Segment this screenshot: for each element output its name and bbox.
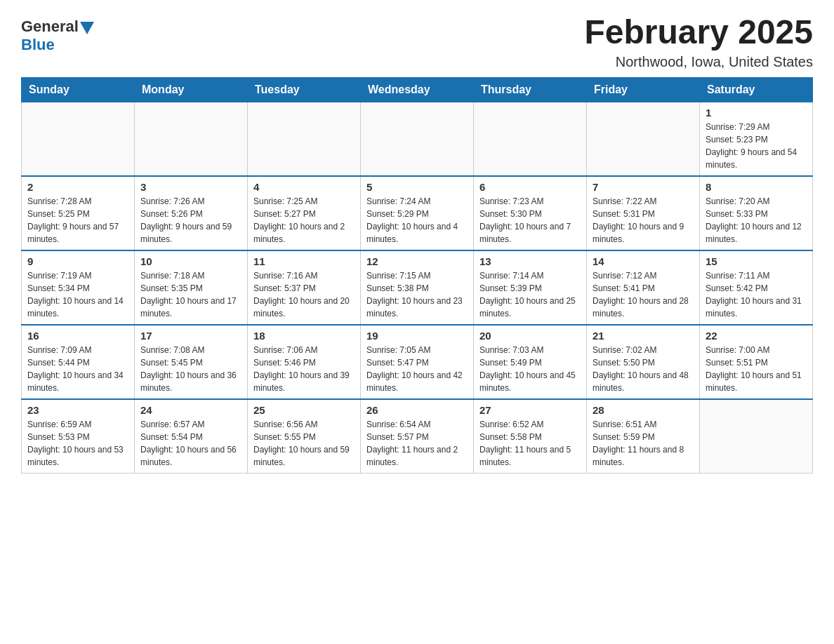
day-info: Sunrise: 7:28 AMSunset: 5:25 PMDaylight:… (27, 195, 128, 246)
header-tuesday: Tuesday (248, 77, 361, 102)
header-saturday: Saturday (700, 77, 813, 102)
day-info: Sunrise: 7:02 AMSunset: 5:50 PMDaylight:… (593, 344, 694, 394)
day-info: Sunrise: 7:25 AMSunset: 5:27 PMDaylight:… (253, 195, 355, 246)
table-row: 2Sunrise: 7:28 AMSunset: 5:25 PMDaylight… (22, 176, 135, 250)
title-block: February 2025 Northwood, Iowa, United St… (584, 14, 813, 70)
day-number: 15 (706, 255, 807, 267)
table-row: 11Sunrise: 7:16 AMSunset: 5:37 PMDayligh… (248, 250, 361, 325)
header-wednesday: Wednesday (361, 77, 474, 102)
calendar-week-row: 9Sunrise: 7:19 AMSunset: 5:34 PMDaylight… (22, 250, 813, 325)
table-row: 17Sunrise: 7:08 AMSunset: 5:45 PMDayligh… (135, 325, 248, 399)
day-number: 3 (140, 181, 241, 193)
header-friday: Friday (587, 77, 700, 102)
table-row: 24Sunrise: 6:57 AMSunset: 5:54 PMDayligh… (135, 399, 248, 474)
day-number: 19 (366, 330, 468, 342)
day-info: Sunrise: 7:18 AMSunset: 5:35 PMDaylight:… (140, 269, 241, 320)
day-info: Sunrise: 7:26 AMSunset: 5:26 PMDaylight:… (140, 195, 241, 246)
day-info: Sunrise: 7:15 AMSunset: 5:38 PMDaylight:… (366, 269, 468, 320)
day-number: 12 (366, 255, 468, 267)
table-row: 27Sunrise: 6:52 AMSunset: 5:58 PMDayligh… (474, 399, 587, 474)
table-row: 15Sunrise: 7:11 AMSunset: 5:42 PMDayligh… (700, 250, 813, 325)
day-number: 2 (27, 181, 128, 193)
day-info: Sunrise: 7:20 AMSunset: 5:33 PMDaylight:… (706, 195, 807, 246)
table-row: 20Sunrise: 7:03 AMSunset: 5:49 PMDayligh… (474, 325, 587, 399)
day-info: Sunrise: 6:57 AMSunset: 5:54 PMDaylight:… (140, 418, 241, 469)
table-row (22, 102, 135, 176)
day-info: Sunrise: 7:14 AMSunset: 5:39 PMDaylight:… (479, 269, 581, 320)
day-number: 4 (253, 181, 355, 193)
day-number: 8 (706, 181, 807, 193)
day-number: 9 (27, 255, 128, 267)
day-info: Sunrise: 7:29 AMSunset: 5:23 PMDaylight:… (706, 121, 807, 171)
day-number: 22 (706, 330, 807, 342)
day-info: Sunrise: 7:06 AMSunset: 5:46 PMDaylight:… (253, 344, 355, 394)
table-row (135, 102, 248, 176)
day-info: Sunrise: 7:03 AMSunset: 5:49 PMDaylight:… (479, 344, 581, 394)
day-number: 25 (253, 404, 355, 416)
logo-general-text: General (21, 18, 79, 36)
logo-blue-text: Blue (21, 36, 55, 53)
day-number: 11 (253, 255, 355, 267)
day-info: Sunrise: 7:23 AMSunset: 5:30 PMDaylight:… (479, 195, 581, 246)
day-number: 24 (140, 404, 241, 416)
day-number: 18 (253, 330, 355, 342)
table-row (248, 102, 361, 176)
header-thursday: Thursday (474, 77, 587, 102)
day-info: Sunrise: 7:19 AMSunset: 5:34 PMDaylight:… (27, 269, 128, 320)
table-row: 23Sunrise: 6:59 AMSunset: 5:53 PMDayligh… (22, 399, 135, 474)
table-row (587, 102, 700, 176)
triangle-down-icon (80, 22, 94, 34)
header-sunday: Sunday (22, 77, 135, 102)
day-info: Sunrise: 7:09 AMSunset: 5:44 PMDaylight:… (27, 344, 128, 394)
day-info: Sunrise: 7:11 AMSunset: 5:42 PMDaylight:… (706, 269, 807, 320)
day-info: Sunrise: 7:24 AMSunset: 5:29 PMDaylight:… (366, 195, 468, 246)
day-info: Sunrise: 6:51 AMSunset: 5:59 PMDaylight:… (593, 418, 694, 469)
table-row: 21Sunrise: 7:02 AMSunset: 5:50 PMDayligh… (587, 325, 700, 399)
table-row: 22Sunrise: 7:00 AMSunset: 5:51 PMDayligh… (700, 325, 813, 399)
page-header: General Blue February 2025 Northwood, Io… (21, 14, 813, 70)
month-title: February 2025 (584, 14, 813, 51)
logo-wordmark: General Blue (21, 18, 94, 54)
table-row: 19Sunrise: 7:05 AMSunset: 5:47 PMDayligh… (361, 325, 474, 399)
table-row (474, 102, 587, 176)
table-row: 28Sunrise: 6:51 AMSunset: 5:59 PMDayligh… (587, 399, 700, 474)
location-text: Northwood, Iowa, United States (584, 54, 813, 70)
day-number: 27 (479, 404, 581, 416)
table-row: 25Sunrise: 6:56 AMSunset: 5:55 PMDayligh… (248, 399, 361, 474)
header-monday: Monday (135, 77, 248, 102)
table-row: 13Sunrise: 7:14 AMSunset: 5:39 PMDayligh… (474, 250, 587, 325)
table-row: 3Sunrise: 7:26 AMSunset: 5:26 PMDaylight… (135, 176, 248, 250)
calendar-table: Sunday Monday Tuesday Wednesday Thursday… (21, 77, 813, 474)
day-number: 26 (366, 404, 468, 416)
calendar-week-row: 2Sunrise: 7:28 AMSunset: 5:25 PMDaylight… (22, 176, 813, 250)
calendar-header: Sunday Monday Tuesday Wednesday Thursday… (22, 77, 813, 102)
calendar-body: 1Sunrise: 7:29 AMSunset: 5:23 PMDaylight… (22, 102, 813, 473)
day-number: 5 (366, 181, 468, 193)
day-number: 17 (140, 330, 241, 342)
day-info: Sunrise: 7:08 AMSunset: 5:45 PMDaylight:… (140, 344, 241, 394)
table-row: 6Sunrise: 7:23 AMSunset: 5:30 PMDaylight… (474, 176, 587, 250)
day-number: 7 (593, 181, 694, 193)
day-info: Sunrise: 6:54 AMSunset: 5:57 PMDaylight:… (366, 418, 468, 469)
day-number: 21 (593, 330, 694, 342)
table-row: 5Sunrise: 7:24 AMSunset: 5:29 PMDaylight… (361, 176, 474, 250)
day-info: Sunrise: 6:52 AMSunset: 5:58 PMDaylight:… (479, 418, 581, 469)
day-number: 10 (140, 255, 241, 267)
table-row: 10Sunrise: 7:18 AMSunset: 5:35 PMDayligh… (135, 250, 248, 325)
day-number: 16 (27, 330, 128, 342)
day-number: 1 (706, 107, 807, 119)
day-number: 23 (27, 404, 128, 416)
table-row: 16Sunrise: 7:09 AMSunset: 5:44 PMDayligh… (22, 325, 135, 399)
day-number: 14 (593, 255, 694, 267)
logo-icon-wrapper (79, 19, 94, 34)
day-info: Sunrise: 7:05 AMSunset: 5:47 PMDaylight:… (366, 344, 468, 394)
day-info: Sunrise: 7:22 AMSunset: 5:31 PMDaylight:… (593, 195, 694, 246)
table-row: 18Sunrise: 7:06 AMSunset: 5:46 PMDayligh… (248, 325, 361, 399)
table-row: 7Sunrise: 7:22 AMSunset: 5:31 PMDaylight… (587, 176, 700, 250)
day-number: 13 (479, 255, 581, 267)
table-row (361, 102, 474, 176)
table-row: 14Sunrise: 7:12 AMSunset: 5:41 PMDayligh… (587, 250, 700, 325)
table-row: 12Sunrise: 7:15 AMSunset: 5:38 PMDayligh… (361, 250, 474, 325)
table-row: 4Sunrise: 7:25 AMSunset: 5:27 PMDaylight… (248, 176, 361, 250)
table-row: 1Sunrise: 7:29 AMSunset: 5:23 PMDaylight… (700, 102, 813, 176)
